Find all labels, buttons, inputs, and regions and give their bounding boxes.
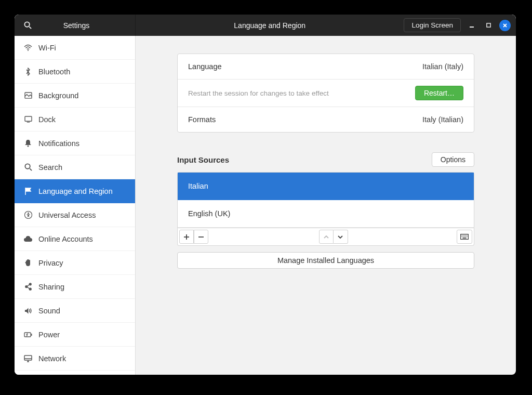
sidebar-item-bluetooth[interactable]: Bluetooth	[15, 60, 135, 84]
svg-rect-8	[25, 116, 32, 121]
svg-point-14	[28, 213, 29, 214]
search-icon	[22, 163, 34, 171]
input-source-item[interactable]: English (UK)	[178, 200, 474, 228]
input-source-label: Italian	[188, 182, 208, 190]
settings-window: Settings Language and Region Login Scree…	[15, 15, 516, 375]
input-sources-header: Input Sources Options	[177, 152, 474, 167]
sidebar-item-label: Bluetooth	[38, 68, 70, 76]
input-source-label: English (UK)	[188, 209, 230, 218]
move-down-button[interactable]	[334, 230, 348, 244]
header-left: Settings	[15, 15, 136, 36]
sidebar-item-universal-access[interactable]: Universal Access	[15, 203, 135, 227]
dock-icon	[22, 116, 34, 123]
remove-input-source-button[interactable]	[194, 230, 208, 244]
sidebar-item-label: Sharing	[38, 283, 64, 291]
input-sources-list: Italian English (UK)	[177, 172, 474, 228]
bluetooth-icon	[22, 68, 34, 76]
options-button[interactable]: Options	[432, 152, 474, 167]
input-sources-toolbar	[177, 228, 474, 246]
move-up-button[interactable]	[319, 230, 334, 244]
input-sources-title: Input Sources	[177, 155, 229, 164]
bell-icon	[22, 139, 34, 147]
wifi-icon	[22, 44, 34, 52]
login-screen-button[interactable]: Login Screen	[404, 18, 461, 32]
formats-row[interactable]: Formats Italy (Italian)	[178, 107, 474, 132]
svg-point-0	[24, 22, 29, 27]
sidebar-item-label: Network	[38, 354, 66, 363]
network-icon	[22, 355, 34, 362]
formats-value: Italy (Italian)	[422, 115, 463, 124]
language-formats-box: Language Italian (Italy) Restart the ses…	[177, 54, 474, 133]
manage-languages-button[interactable]: Manage Installed Languages	[177, 252, 474, 269]
sidebar-item-label: Dock	[38, 115, 56, 124]
page-title: Language and Region	[136, 21, 404, 30]
sidebar-item-search[interactable]: Search	[15, 155, 135, 179]
share-icon	[22, 283, 34, 291]
svg-point-11	[25, 164, 30, 168]
battery-icon	[22, 332, 34, 337]
sidebar-item-wifi[interactable]: Wi-Fi	[15, 36, 135, 60]
speaker-icon	[22, 307, 34, 314]
sidebar-item-privacy[interactable]: Privacy	[15, 251, 135, 275]
flag-icon	[22, 187, 34, 195]
svg-line-1	[29, 27, 31, 29]
sidebar-item-label: Universal Access	[38, 211, 96, 219]
sidebar-item-label: Notifications	[38, 139, 79, 148]
sidebar: Wi-Fi Bluetooth Background Dock Notifica…	[15, 36, 136, 375]
sidebar-item-label: Search	[38, 163, 62, 172]
sidebar-item-sound[interactable]: Sound	[15, 299, 135, 323]
sidebar-item-label: Background	[38, 91, 78, 100]
sidebar-item-power[interactable]: Power	[15, 323, 135, 347]
sidebar-item-label: Online Accounts	[38, 235, 93, 243]
main-content: Language Italian (Italy) Restart the ses…	[136, 36, 516, 375]
search-icon-button[interactable]	[18, 15, 37, 36]
sidebar-item-sharing[interactable]: Sharing	[15, 275, 135, 299]
svg-rect-22	[24, 356, 32, 360]
sidebar-item-dock[interactable]: Dock	[15, 108, 135, 131]
svg-point-10	[28, 146, 29, 147]
minimize-button[interactable]	[466, 20, 477, 31]
formats-label: Formats	[188, 115, 216, 124]
sidebar-item-label: Privacy	[38, 259, 63, 267]
svg-line-12	[30, 168, 32, 170]
input-source-item[interactable]: Italian	[178, 173, 474, 200]
accessibility-icon	[22, 211, 34, 219]
svg-point-17	[29, 288, 31, 290]
restart-message: Restart the session for changes to take …	[188, 89, 329, 97]
hand-icon	[22, 259, 34, 267]
keyboard-layout-button[interactable]	[457, 230, 472, 244]
header-bar: Settings Language and Region Login Scree…	[15, 15, 516, 36]
svg-rect-21	[31, 334, 32, 336]
background-icon	[22, 92, 34, 99]
sidebar-item-background[interactable]: Background	[15, 84, 135, 108]
sidebar-title: Settings	[37, 21, 135, 30]
sidebar-item-label: Power	[38, 331, 60, 339]
language-value: Italian (Italy)	[422, 62, 463, 71]
add-input-source-button[interactable]	[179, 230, 194, 244]
language-label: Language	[188, 62, 222, 71]
sidebar-item-network[interactable]: Network	[15, 347, 135, 371]
cloud-icon	[22, 236, 34, 242]
svg-line-19	[27, 287, 29, 288]
svg-line-18	[27, 285, 29, 286]
sidebar-item-notifications[interactable]: Notifications	[15, 131, 135, 155]
header-right: Language and Region Login Screen	[136, 15, 516, 36]
svg-point-16	[25, 286, 27, 288]
svg-rect-3	[486, 23, 490, 27]
maximize-button[interactable]	[483, 20, 494, 31]
sidebar-item-label: Language and Region	[38, 187, 113, 195]
svg-point-15	[29, 283, 31, 285]
close-button[interactable]	[499, 20, 511, 31]
restart-button[interactable]: Restart…	[415, 86, 463, 100]
sidebar-item-label: Wi-Fi	[38, 44, 56, 52]
language-row[interactable]: Language Italian (Italy)	[178, 54, 474, 80]
restart-row: Restart the session for changes to take …	[178, 80, 474, 107]
svg-point-6	[28, 50, 29, 51]
sidebar-item-online-accounts[interactable]: Online Accounts	[15, 227, 135, 251]
sidebar-item-label: Sound	[38, 307, 60, 315]
sidebar-item-language-region[interactable]: Language and Region	[15, 179, 135, 203]
